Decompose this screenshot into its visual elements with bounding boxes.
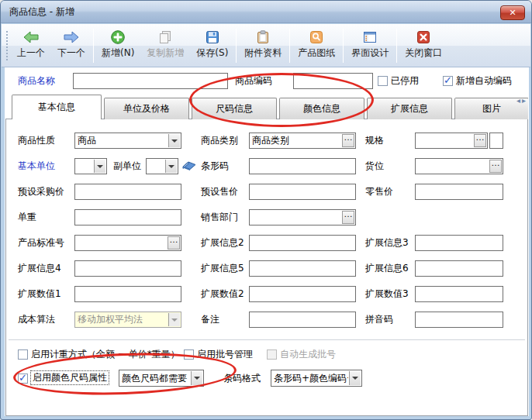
purchase-price-label: 预设采购价	[18, 184, 64, 200]
ext-info3-input[interactable]	[415, 235, 503, 251]
ui-design-button[interactable]: 界面设计	[345, 27, 395, 64]
tab-scroll-left-icon[interactable]: ◂	[516, 96, 521, 105]
unit-weight-input[interactable]	[74, 209, 181, 225]
ext-info4-input[interactable]	[74, 260, 181, 277]
retail-price-input[interactable]	[415, 184, 503, 200]
book-icon	[181, 160, 197, 174]
attachment-button[interactable]: 附件资料	[238, 27, 288, 64]
copy-add-button: 复制新增	[140, 27, 190, 64]
barcode-format-label: 条码格式	[223, 370, 261, 387]
ext-info4-label: 扩展信息4	[18, 260, 61, 277]
product-code-input[interactable]	[293, 73, 373, 89]
nature-select[interactable]: 商品	[74, 133, 181, 149]
ui-design-button-label: 界面设计	[351, 46, 389, 60]
next-button[interactable]: 下一个	[51, 27, 92, 64]
save-button[interactable]: 保存(S)	[190, 27, 234, 64]
base-unit-label: 基本单位	[18, 158, 55, 174]
arrow-left-icon	[22, 29, 40, 46]
remark-input[interactable]	[249, 312, 356, 328]
category-browse-button[interactable]	[342, 134, 354, 147]
category-input[interactable]: 商品类别	[249, 133, 356, 149]
tab-color-info[interactable]: 颜色信息	[279, 98, 364, 119]
color-size-checkbox[interactable]	[18, 374, 28, 384]
copy-add-button-label: 复制新增	[147, 46, 184, 60]
location-input-field[interactable]	[416, 159, 489, 174]
prev-button-label: 上一个	[17, 46, 45, 60]
prev-button[interactable]: 上一个	[11, 27, 51, 64]
location-input[interactable]	[415, 158, 503, 174]
toolbar-separator	[343, 29, 344, 63]
barcode-input[interactable]	[249, 158, 356, 174]
pinyin-input[interactable]	[415, 312, 503, 328]
ext-num2-input[interactable]	[249, 286, 356, 302]
close-window-button[interactable]: 关闭窗口	[399, 27, 448, 64]
cost-method-value: 移动加权平均法	[78, 312, 168, 327]
sales-dept-browse-button[interactable]	[342, 211, 354, 224]
chevron-down-icon[interactable]	[94, 160, 105, 173]
toolbar-separator	[236, 29, 237, 63]
tab-unit-price[interactable]: 单位及价格	[104, 98, 189, 119]
color-size-select-value: 颜色尺码都需要	[122, 370, 190, 386]
color-size-label[interactable]: 启用颜色尺码属性	[30, 370, 109, 385]
remark-label: 备注	[201, 312, 219, 328]
close-red-icon	[416, 29, 431, 46]
auto-code-checkbox[interactable]	[443, 76, 453, 86]
batch-checkbox[interactable]	[184, 349, 194, 360]
spec-extra-box[interactable]	[489, 133, 503, 149]
ext-info2-label: 扩展信息2	[201, 235, 244, 251]
weight-mode-checkbox[interactable]	[18, 349, 28, 360]
nature-select-value: 商品	[78, 133, 168, 148]
ext-num1-input[interactable]	[74, 286, 181, 302]
ext-info6-label: 扩展信息6	[365, 260, 409, 277]
ext-info2-input[interactable]	[249, 235, 356, 251]
window-design-icon	[362, 29, 378, 46]
purchase-price-input[interactable]	[74, 184, 181, 200]
add-button[interactable]: 新增(N)	[95, 27, 140, 64]
toolbar-grip[interactable]	[5, 29, 9, 62]
product-drawing-button[interactable]: 产品图纸	[292, 27, 341, 64]
toolbar: 上一个 下一个 新增(N) 复制新增 保存(S)	[2, 24, 530, 67]
stopped-checkbox[interactable]	[378, 76, 388, 86]
nature-label: 商品性质	[18, 133, 55, 149]
sub-unit-label: 副单位	[113, 158, 141, 174]
barcode-format-select-value: 条形码+颜色编码+尺码编码	[274, 370, 348, 386]
chevron-down-icon[interactable]	[165, 160, 177, 173]
spec-input-field[interactable]	[416, 133, 474, 148]
ext-info6-input[interactable]	[415, 260, 503, 277]
chevron-down-icon[interactable]	[191, 371, 202, 385]
tab-scroll-right-icon[interactable]: ▸	[521, 96, 527, 105]
ext-num3-input[interactable]	[415, 286, 503, 302]
cost-method-label: 成本算法	[18, 312, 55, 328]
spec-input[interactable]	[415, 133, 488, 149]
add-button-label: 新增(N)	[102, 46, 134, 60]
tab-basic-info[interactable]: 基本信息	[12, 95, 102, 119]
pinyin-label: 拼音码	[365, 312, 393, 328]
toolbar-separator	[93, 29, 94, 63]
sub-unit-select[interactable]	[146, 158, 178, 174]
sale-price-input[interactable]	[249, 184, 356, 200]
standard-no-input-field[interactable]	[75, 236, 168, 250]
sales-dept-input-field[interactable]	[250, 210, 342, 225]
standard-no-input[interactable]	[74, 235, 181, 251]
barcode-format-select[interactable]: 条形码+颜色编码+尺码编码	[271, 370, 362, 387]
base-unit-select[interactable]	[74, 158, 107, 174]
color-size-select[interactable]: 颜色尺码都需要	[119, 370, 204, 387]
sales-dept-label: 销售部门	[201, 209, 238, 225]
section-divider	[9, 339, 525, 340]
chevron-down-icon[interactable]	[349, 371, 361, 385]
product-name-input[interactable]	[73, 73, 228, 89]
location-browse-button[interactable]	[489, 160, 502, 173]
window-title: 商品信息 - 新增	[9, 1, 74, 23]
magnifier-icon	[309, 29, 324, 46]
sale-price-label: 预设售价	[201, 184, 238, 200]
spec-browse-button[interactable]	[474, 134, 486, 147]
ext-info5-input[interactable]	[249, 260, 356, 277]
titlebar-close-button[interactable]: ✕	[500, 5, 525, 20]
chevron-down-icon[interactable]	[168, 134, 180, 147]
sales-dept-input[interactable]	[249, 209, 356, 225]
unit-weight-label: 单重	[18, 209, 36, 225]
tab-size-info[interactable]: 尺码信息	[192, 98, 277, 119]
tab-extended-info[interactable]: 扩展信息	[367, 98, 452, 119]
attachment-button-label: 附件资料	[244, 46, 282, 60]
standard-no-browse-button[interactable]	[168, 236, 180, 250]
